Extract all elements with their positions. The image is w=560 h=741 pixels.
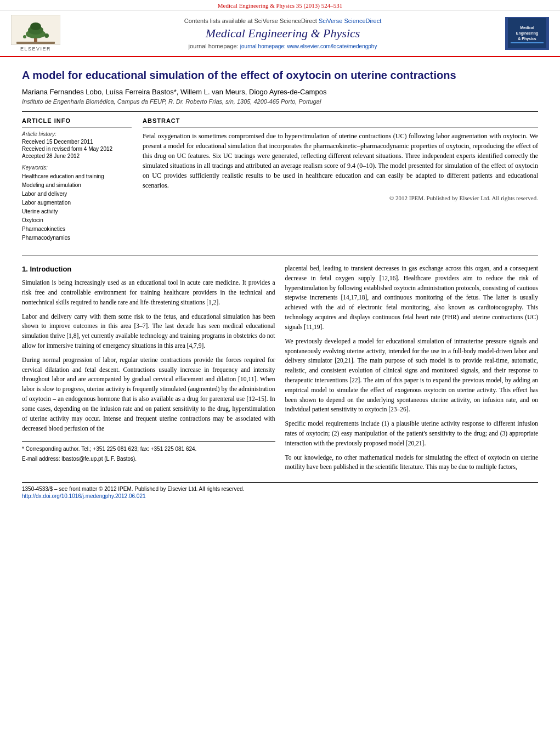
svg-point-7 [44, 33, 49, 38]
keyword-8: Pharmacodynamics [22, 234, 132, 242]
article-info-column: ARTICLE INFO Article history: Received 1… [22, 117, 132, 248]
keyword-4: Labor augmentation [22, 199, 132, 207]
intro-para-2: Labor and delivery carry with them some … [22, 312, 275, 351]
journal-right-logo: Medical Engineering & Physics [505, 17, 549, 50]
abstract-text: Fetal oxygenation is sometimes compromis… [143, 131, 538, 190]
intro-para-3: During normal progression of labor, regu… [22, 355, 275, 434]
keyword-7: Pharmacokinetics [22, 225, 132, 234]
authors-line: Mariana Fernandes Lobo, Luísa Ferreira B… [22, 88, 538, 96]
keywords-label: Keywords: [22, 165, 132, 171]
journal-title: Medical Engineering & Physics [60, 26, 505, 41]
article-history: Article history: Received 15 December 20… [22, 131, 132, 159]
article-info-heading: ARTICLE INFO [22, 117, 132, 124]
keyword-6: Oxytocin [22, 216, 132, 225]
right-para-3: Specific model requirements include (1) … [285, 419, 539, 448]
body-right-col: placental bed, leading to transient decr… [285, 264, 539, 477]
svg-text:& Physics: & Physics [518, 37, 536, 41]
keyword-5: Uterine activity [22, 207, 132, 216]
keyword-1: Healthcare education and training [22, 172, 132, 181]
history-label: Article history: [22, 131, 132, 137]
body-left-col: 1. Introduction Simulation is being incr… [22, 264, 275, 477]
elsevier-brand-text: ELSEVIER [20, 46, 51, 52]
svg-point-4 [30, 22, 41, 30]
copyright-text: © 2012 IPEM. Published by Elsevier Ltd. … [143, 195, 538, 201]
right-para-1: placental bed, leading to transient decr… [285, 264, 539, 332]
authors-text: Mariana Fernandes Lobo, Luísa Ferreira B… [22, 88, 326, 96]
keywords-list: Healthcare education and training Modeli… [22, 172, 132, 242]
right-para-2: We previously developed a model for educ… [285, 337, 539, 415]
svg-point-6 [23, 35, 26, 38]
this-word: this [463, 265, 473, 271]
intro-para-1: Simulation is being increasingly used as… [22, 278, 275, 307]
homepage-line: journal homepage: journal homepage: www.… [60, 43, 505, 49]
keyword-2: Modeling and simulation [22, 181, 132, 190]
sciverse-link[interactable]: SciVerse ScienceDirect [319, 18, 381, 24]
journal-center-info: Contents lists available at SciVerse Sci… [60, 18, 505, 49]
abstract-column: ABSTRACT Fetal oxygenation is sometimes … [143, 117, 538, 248]
elsevier-tree-icon [11, 15, 60, 45]
section-title-text: Introduction [30, 265, 71, 273]
keywords-section: Keywords: Healthcare education and train… [22, 165, 132, 242]
keyword-3: Labor and delivery [22, 190, 132, 199]
footnote-corresponding: * Corresponding author. Tel.; +351 225 0… [22, 445, 275, 454]
received2-text: Received in revised form 4 May 2012 [22, 146, 132, 152]
svg-text:Engineering: Engineering [516, 31, 538, 36]
footnote-email: E-mail address: lbastos@fe.up.pt (L.F. B… [22, 455, 275, 463]
article-body-columns: 1. Introduction Simulation is being incr… [22, 264, 538, 477]
svg-rect-12 [511, 42, 544, 43]
journal-reference-bar: Medical Engineering & Physics 35 (2013) … [0, 0, 560, 10]
article-info-abstract: ARTICLE INFO Article history: Received 1… [22, 111, 538, 248]
received1-text: Received 15 December 2011 [22, 139, 132, 145]
sciverse-line: Contents lists available at SciVerse Sci… [60, 18, 505, 24]
introduction-heading: 1. Introduction [22, 264, 275, 275]
article-title: A model for educational simulation of th… [22, 68, 538, 82]
abstract-heading: ABSTRACT [143, 117, 538, 124]
footnote-area: * Corresponding author. Tel.; +351 225 0… [22, 441, 275, 463]
affiliation-text: Instituto de Engenharia Biomédica, Campu… [22, 98, 538, 105]
journal-header: ELSEVIER Contents lists available at Sci… [0, 10, 560, 57]
mep-logo-icon: Medical Engineering & Physics [508, 18, 546, 48]
main-content: A model for educational simulation of th… [0, 57, 560, 511]
svg-text:Medical: Medical [520, 26, 534, 30]
journal-ref-text: Medical Engineering & Physics 35 (2013) … [218, 2, 342, 9]
elsevier-logo: ELSEVIER [11, 15, 60, 52]
section-number: 1. [22, 265, 28, 273]
bottom-footnote-area: 1350-4533/$ – see front matter © 2012 IP… [22, 482, 538, 499]
journal-homepage-link[interactable]: journal homepage: www.elsevier.com/locat… [240, 43, 377, 49]
svg-rect-5 [16, 42, 55, 44]
right-para-4: To our knowledge, no other mathematical … [285, 453, 539, 473]
issn-text: 1350-4533/$ – see front matter © 2012 IP… [22, 486, 538, 492]
accepted-text: Accepted 28 June 2012 [22, 153, 132, 159]
doi-text: http://dx.doi.org/10.1016/j.medengphy.20… [22, 493, 538, 499]
